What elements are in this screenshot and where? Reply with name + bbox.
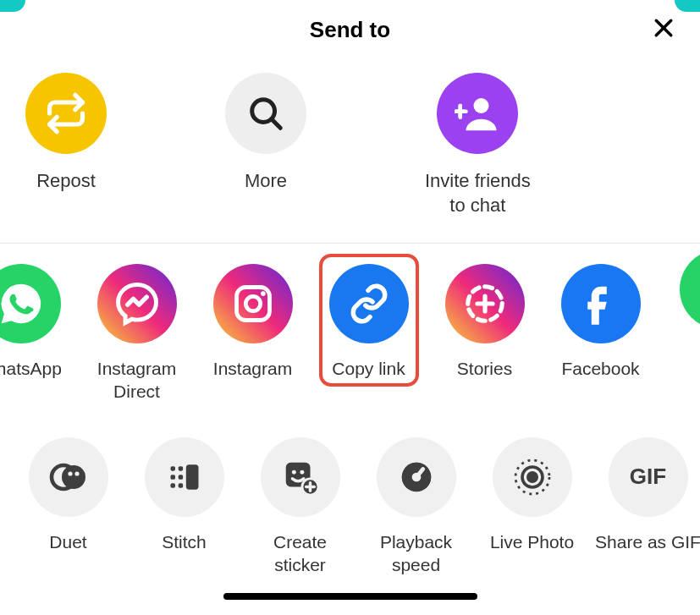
invite-friends-icon [437, 73, 518, 154]
instagram-label: Instagram [213, 357, 292, 380]
svg-point-4 [474, 98, 489, 113]
close-button[interactable] [651, 15, 676, 44]
share-gif-button[interactable]: GIF Share as GIF [590, 437, 700, 553]
facebook-label: Facebook [561, 357, 639, 380]
svg-point-27 [291, 470, 295, 475]
repost-label: Repost [36, 169, 96, 194]
svg-rect-25 [178, 483, 183, 488]
bottom-actions-row: Duet Stitch [0, 424, 700, 577]
stories-button[interactable]: Stories [427, 264, 543, 380]
facebook-button[interactable]: Facebook [543, 264, 659, 380]
create-sticker-button[interactable]: Create sticker [242, 437, 358, 577]
svg-rect-23 [178, 466, 183, 471]
messenger-icon [97, 264, 177, 343]
playback-speed-label: Playback speed [380, 530, 452, 577]
repost-button[interactable]: Repost [25, 73, 107, 194]
sticker-icon [261, 437, 340, 517]
svg-rect-22 [170, 483, 175, 488]
top-actions-row: Repost More Invite friends to chat [0, 60, 700, 243]
whatsapp-label: WhatsApp [0, 357, 62, 380]
stitch-icon [145, 437, 224, 517]
whatsapp-button[interactable]: WhatsApp [0, 264, 79, 380]
instagram-button[interactable]: Instagram [195, 264, 311, 380]
home-indicator[interactable] [223, 593, 477, 600]
speedometer-icon [377, 437, 456, 517]
stitch-label: Stitch [162, 530, 207, 553]
playback-speed-button[interactable]: Playback speed [358, 437, 474, 577]
svg-point-34 [527, 472, 537, 482]
copy-link-label: Copy link [329, 357, 409, 380]
stories-icon [445, 264, 525, 343]
svg-line-3 [272, 119, 280, 128]
svg-point-11 [261, 291, 266, 296]
live-photo-icon [493, 437, 572, 517]
search-icon [225, 73, 306, 154]
live-photo-button[interactable]: Live Photo [474, 437, 590, 553]
duet-button[interactable]: Duet [10, 437, 126, 553]
instagram-icon [213, 264, 293, 343]
duet-label: Duet [49, 530, 86, 553]
more-label: More [245, 169, 287, 194]
invite-friends-label: Invite friends to chat [425, 169, 531, 217]
repost-icon [25, 73, 107, 154]
duet-icon [29, 437, 108, 517]
stories-label: Stories [457, 357, 512, 380]
share-gif-label: Share as GIF [595, 530, 700, 553]
link-icon [329, 264, 409, 343]
svg-rect-24 [178, 475, 183, 480]
share-targets-row: WhatsApp Instagram Direct Instagram [0, 244, 700, 424]
svg-point-17 [68, 471, 72, 475]
svg-point-18 [74, 471, 79, 475]
gif-icon: GIF [609, 437, 688, 517]
svg-point-28 [300, 470, 304, 475]
whatsapp-icon [0, 264, 61, 343]
svg-rect-19 [185, 464, 198, 489]
sheet-title: Send to [310, 17, 390, 43]
svg-point-10 [245, 297, 260, 311]
svg-point-16 [62, 465, 85, 489]
svg-rect-20 [170, 466, 175, 471]
copy-link-button[interactable]: Copy link [311, 264, 427, 383]
sheet-header: Send to [0, 0, 700, 60]
live-photo-label: Live Photo [490, 530, 574, 553]
highlight-box: Copy link [319, 254, 419, 387]
more-button[interactable]: More [225, 73, 306, 194]
create-sticker-label: Create sticker [273, 530, 327, 577]
invite-friends-button[interactable]: Invite friends to chat [425, 73, 531, 217]
stitch-button[interactable]: Stitch [126, 437, 242, 553]
instagram-direct-label: Instagram Direct [97, 357, 176, 404]
svg-rect-21 [170, 475, 175, 480]
svg-rect-8 [459, 104, 463, 119]
instagram-direct-button[interactable]: Instagram Direct [79, 264, 195, 404]
facebook-icon [561, 264, 641, 343]
close-icon [651, 15, 676, 41]
